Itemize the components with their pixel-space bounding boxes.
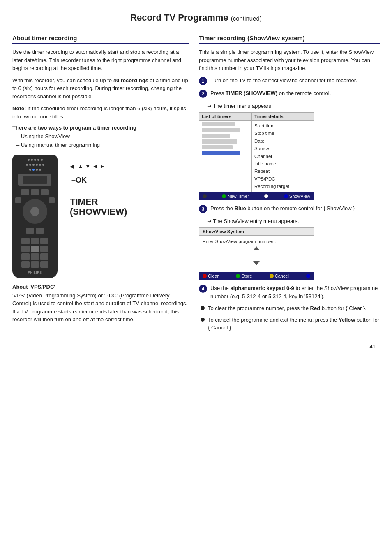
remote-brand: PHILIPS — [28, 271, 42, 274]
timer-detail-pane: Start time Stop time Date Source Channel… — [252, 121, 314, 192]
showview-box: ShowView System Enter ShowView program n… — [199, 227, 314, 280]
dot-green — [222, 194, 226, 198]
vps-text: 'VPS' (Video Programming System) or 'PDC… — [12, 292, 189, 324]
footer-showview: ShowView — [284, 194, 310, 199]
bullet1-suffix: button for { Clear }. — [320, 305, 367, 311]
footer-new-label: New Timer — [227, 194, 249, 199]
remote-area: T PHILIPS — [12, 155, 189, 278]
remote-dot — [28, 159, 30, 161]
footer-dot-black — [203, 194, 207, 198]
showview-input-area — [203, 246, 310, 265]
remote-timer-btn[interactable]: T — [31, 246, 39, 252]
remote-dot — [31, 159, 33, 161]
footer-store: Store — [236, 274, 252, 278]
showview-footer: Clear Store Cancel — [199, 272, 314, 280]
step-text-2: Press TIMER (SHOWVIEW) on the remote con… — [210, 89, 380, 97]
remote-btn-row — [21, 189, 49, 195]
remote-numpad: T — [21, 238, 48, 268]
timer-label: TIMER (SHOWVIEW) — [70, 197, 127, 217]
step-text-3: Press the Blue button on the remote cont… — [210, 204, 380, 213]
note-text: If the scheduled timer recording is long… — [12, 105, 186, 120]
note-label: Note: — [12, 105, 26, 111]
remote-grid-btn — [40, 238, 48, 244]
title-continued: (continued) — [231, 15, 262, 22]
showview-header: ShowView System — [199, 228, 314, 236]
dot-green-2 — [236, 274, 240, 278]
remote-dot — [36, 169, 38, 171]
bullet-item-1: To clear the programme number, press the… — [201, 304, 380, 313]
step-num-4: 4 — [199, 285, 207, 293]
ways-item: Using the ShowView — [16, 132, 189, 141]
footer-dot-blue2 — [306, 274, 310, 278]
remote-dot — [29, 169, 31, 171]
timer-text: TIMER — [70, 197, 98, 207]
remote-dot — [32, 169, 35, 171]
timer-menu-header: List of timers Timer details — [199, 113, 314, 121]
step4-prefix: Use the — [210, 285, 230, 291]
detail-stop-time: Stop time — [254, 130, 311, 137]
bullet-text-2: To cancel the programme and exit the men… — [208, 316, 380, 332]
remote-top-dots — [28, 159, 43, 161]
showview-arrow-down[interactable] — [253, 261, 260, 265]
remote-btn — [26, 228, 34, 234]
dot-white — [264, 194, 268, 198]
step-num-3: 3 — [199, 205, 207, 213]
detail-recording: Recording target — [254, 183, 311, 190]
note-block: Note: If the scheduled timer recording i… — [12, 104, 189, 121]
left-para1: Use the timer recording to automatically… — [12, 48, 189, 72]
bullet-circle-1 — [201, 306, 205, 310]
remote-grid-btn — [21, 253, 30, 260]
step1-text: Turn on the TV to the correct viewing ch… — [210, 77, 357, 83]
step-4: 4 Use the alphanumeric keypad 0-9 to ent… — [199, 284, 380, 300]
showview-arrow-up[interactable] — [253, 246, 260, 250]
remote-btn — [49, 197, 55, 203]
remote-dot — [39, 164, 41, 166]
bullet-list: To clear the programme number, press the… — [201, 304, 380, 332]
ways-item: Using manual timer programming — [16, 141, 189, 150]
detail-channel: Channel — [254, 153, 311, 160]
remote-dot — [32, 164, 35, 166]
dot-yellow — [270, 274, 274, 278]
step2-prefix: Press — [210, 90, 226, 96]
menu-col-right: Timer details — [252, 113, 314, 120]
step3-arrow: The ShowView entry menu appears. — [207, 217, 380, 225]
timer-menu-box: List of timers Timer details Start time — [199, 112, 314, 200]
timer-menu-body: Start time Stop time Date Source Channel… — [199, 121, 314, 192]
remote-dot — [29, 164, 31, 166]
remote-labels: ◀ ▲ ▼ ◄ ► –OK TIMER (SHOWVIEW) — [70, 155, 127, 217]
title-main: Record TV Programme — [130, 12, 228, 23]
step4-bold: alphanumeric keypad 0-9 — [230, 285, 294, 291]
footer-cancel-label: Cancel — [275, 274, 289, 278]
timer-menu-footer: New Timer ShowView — [199, 192, 314, 200]
bullet2-bold: Yellow — [339, 317, 355, 323]
bullet-item-2: To cancel the programme and exit the men… — [201, 316, 380, 332]
bullet-circle-2 — [201, 318, 205, 322]
remote-btn — [41, 189, 49, 195]
ways-header: There are two ways to program a timer re… — [12, 125, 189, 131]
left-para2: With this recorder, you can schedule up … — [12, 76, 189, 101]
detail-title: Title name — [254, 160, 311, 167]
ok-label: –OK — [71, 176, 127, 185]
left-column: About timer recording Use the timer reco… — [12, 30, 189, 335]
remote-illustration: T PHILIPS — [12, 155, 66, 278]
detail-repeat: Repeat — [254, 167, 311, 175]
right-section-header: Timer recording (ShowView system) — [199, 35, 380, 44]
remote-arrows-label: ◀ ▲ ▼ ◄ ► — [70, 163, 127, 169]
remote-dot — [42, 164, 44, 166]
showview-input[interactable] — [232, 252, 281, 260]
step-2: 2 Press TIMER (SHOWVIEW) on the remote c… — [199, 89, 380, 98]
dot-blue-2 — [306, 274, 310, 278]
page-title: Record TV Programme (continued) — [130, 12, 262, 24]
remote-grid-btn — [21, 261, 30, 268]
remote-body: T PHILIPS — [12, 155, 58, 278]
footer-mid — [264, 194, 268, 198]
right-intro: This is a simple timer programming syste… — [199, 48, 380, 72]
step-num-2: 2 — [199, 90, 207, 98]
remote-grid-btn — [40, 261, 48, 268]
remote-btn-row — [26, 228, 44, 234]
dot-red — [203, 274, 207, 278]
left-section-header: About timer recording — [12, 35, 189, 44]
bullet-text-1: To clear the programme number, press the… — [208, 304, 367, 313]
remote-grid-btn — [31, 238, 39, 244]
detail-vps: VPS/PDC — [254, 175, 311, 183]
